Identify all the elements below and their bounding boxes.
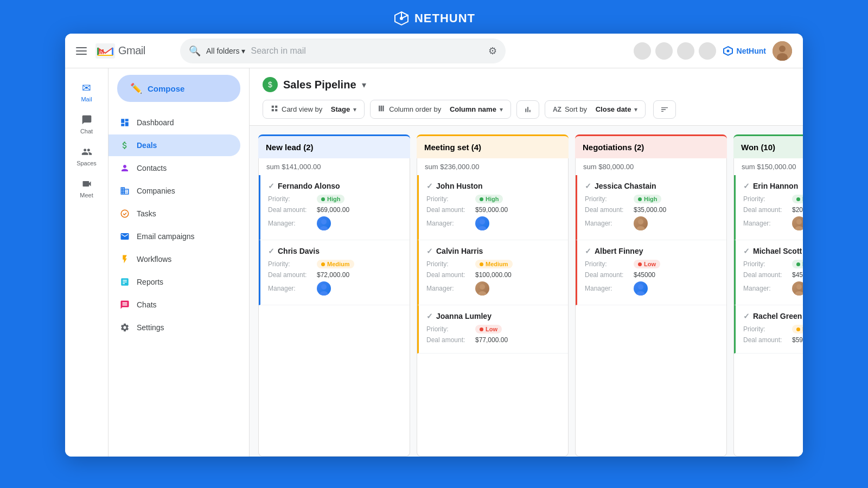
search-bar[interactable]: 🔍 All folders ▾ Search in mail ⚙ bbox=[180, 38, 506, 63]
deal-field-amount-michael: Deal amount: $45000 bbox=[743, 271, 803, 279]
search-input[interactable]: Search in mail bbox=[251, 46, 483, 56]
nav-chats-label: Chats bbox=[137, 300, 157, 309]
meet-icon bbox=[80, 177, 93, 190]
svg-rect-15 bbox=[381, 106, 382, 112]
card-view-prefix: Card view by bbox=[282, 105, 322, 113]
folder-select[interactable]: All folders ▾ bbox=[206, 47, 245, 55]
check-icon: ✓ bbox=[268, 182, 275, 190]
priority-label: Priority: bbox=[268, 260, 317, 268]
deal-field-manager-jessica: Manager: bbox=[585, 216, 719, 230]
nav-dot-3[interactable] bbox=[677, 42, 694, 60]
gmail-label: Gmail bbox=[118, 44, 145, 57]
view-controls: Card view by Stage ▾ Column order by Col… bbox=[263, 100, 790, 125]
deal-name-jessica: ✓ Jessica Chastain bbox=[585, 182, 719, 190]
nav-item-settings[interactable]: Settings bbox=[108, 317, 240, 338]
hamburger-menu[interactable] bbox=[76, 47, 87, 55]
col-sum-value-meeting-set: sum $236,000.00 bbox=[425, 163, 479, 171]
nav-dot-1[interactable] bbox=[634, 42, 651, 60]
svg-rect-13 bbox=[275, 109, 277, 111]
filter-icon[interactable]: ⚙ bbox=[488, 45, 497, 57]
amount-value-chris: $72,000.00 bbox=[317, 271, 349, 279]
compose-icon: ✏️ bbox=[130, 82, 142, 94]
column-order-button[interactable]: Column order by Column name ▾ bbox=[370, 100, 511, 119]
column-order-prefix: Column order by bbox=[389, 105, 441, 113]
pipeline-title: Sales Pipeline bbox=[283, 79, 356, 91]
nav-item-deals[interactable]: Deals bbox=[108, 134, 240, 156]
amount-label: Deal amount: bbox=[585, 206, 634, 214]
card-view-chevron-icon: ▾ bbox=[353, 106, 356, 113]
amount-value-rachel: $59,000.00 bbox=[792, 336, 803, 344]
priority-label: Priority: bbox=[585, 195, 634, 203]
nav-deals-label: Deals bbox=[137, 141, 157, 150]
manager-avatar-albert bbox=[634, 281, 648, 296]
manager-avatar-jessica bbox=[634, 216, 648, 230]
col-header-meeting-set: Meeting set (4) bbox=[417, 134, 569, 158]
svg-text:M: M bbox=[98, 48, 104, 56]
gmail-branding: M Gmail bbox=[95, 43, 171, 59]
kanban-column-won: Won (10) sum $150,000.00 ✓ Erin Hannon bbox=[733, 134, 803, 457]
col-cards-meeting-set: ✓ John Huston Priority: High bbox=[417, 175, 569, 457]
deal-name-text-erin: Erin Hannon bbox=[753, 182, 798, 190]
nethunt-nav-header[interactable]: NetHunt bbox=[723, 46, 766, 56]
col-cards-won: ✓ Erin Hannon Priority: High bbox=[733, 175, 803, 457]
amount-value-joanna: $77,000.00 bbox=[475, 336, 508, 344]
svg-rect-16 bbox=[382, 106, 384, 112]
deal-name-albert: ✓ Albert Finney bbox=[585, 247, 719, 255]
priority-badge-medium: Medium bbox=[792, 325, 803, 333]
deal-card-joanna: ✓ Joanna Lumley Priority: Low bbox=[417, 305, 568, 354]
col-title-new-lead: New lead (2) bbox=[266, 143, 314, 152]
spaces-icon bbox=[80, 145, 93, 158]
nav-dot-4[interactable] bbox=[699, 42, 716, 60]
deal-name-john: ✓ John Huston bbox=[426, 182, 560, 190]
amount-label: Deal amount: bbox=[268, 206, 317, 214]
deal-field-priority-michael: Priority: High bbox=[743, 260, 803, 268]
column-order-chevron-icon: ▾ bbox=[500, 106, 503, 113]
priority-label: Priority: bbox=[743, 195, 792, 203]
amount-value-john: $59,000.00 bbox=[475, 206, 508, 214]
nav-item-companies[interactable]: Companies bbox=[108, 180, 240, 202]
nav-item-workflows[interactable]: Workflows bbox=[108, 248, 240, 270]
nav-item-reports[interactable]: Reports bbox=[108, 271, 240, 293]
workflows-icon bbox=[119, 254, 130, 265]
card-view-button[interactable]: Card view by Stage ▾ bbox=[263, 100, 365, 119]
nav-reports-label: Reports bbox=[137, 278, 163, 286]
deal-field-amount-albert: Deal amount: $45000 bbox=[585, 271, 719, 279]
svg-point-25 bbox=[638, 219, 643, 224]
nav-item-chats[interactable]: Chats bbox=[108, 294, 240, 316]
pipeline-chevron-icon[interactable]: ▾ bbox=[362, 80, 366, 90]
priority-dot bbox=[480, 262, 483, 266]
sort-order-button[interactable] bbox=[653, 100, 676, 119]
sidebar-icon-meet[interactable]: Meet bbox=[65, 173, 108, 203]
sidebar-icon-chat[interactable]: Chat bbox=[65, 109, 108, 139]
user-avatar[interactable] bbox=[773, 41, 792, 61]
deal-field-priority-rachel: Priority: Medium bbox=[743, 325, 803, 333]
deal-card-albert: ✓ Albert Finney Priority: Low bbox=[576, 240, 726, 305]
deal-field-priority-jessica: Priority: High bbox=[585, 195, 719, 203]
column-order-icon bbox=[378, 105, 386, 114]
sidebar-icon-mail[interactable]: ✉ Mail bbox=[65, 77, 108, 107]
manager-label: Manager: bbox=[426, 285, 475, 292]
nav-dot-2[interactable] bbox=[655, 42, 673, 60]
nav-tasks-label: Tasks bbox=[137, 209, 156, 218]
manager-label: Manager: bbox=[268, 285, 317, 292]
manager-avatar-erin bbox=[792, 216, 803, 230]
icon-sidebar: ✉ Mail Chat Spaces Meet bbox=[65, 68, 108, 457]
nav-item-dashboard[interactable]: Dashboard bbox=[108, 112, 240, 133]
amount-label: Deal amount: bbox=[426, 206, 475, 214]
nav-dashboard-label: Dashboard bbox=[137, 118, 174, 127]
pipeline-title-row: $ Sales Pipeline ▾ bbox=[263, 77, 790, 92]
sidebar-icon-spaces[interactable]: Spaces bbox=[65, 141, 108, 171]
nav-item-tasks[interactable]: Tasks bbox=[108, 203, 240, 224]
main-window: M Gmail 🔍 All folders ▾ Search in mail ⚙ bbox=[65, 34, 803, 457]
kanban-board: New lead (2) sum $141,000.00 ✓ Fernando … bbox=[250, 126, 803, 457]
chart-icon bbox=[524, 105, 532, 114]
nav-item-contacts[interactable]: Contacts bbox=[108, 157, 240, 179]
settings-icon bbox=[119, 322, 130, 333]
compose-button[interactable]: ✏️ Compose bbox=[117, 75, 240, 102]
deal-name-text-michael: Michael Scott bbox=[753, 247, 802, 255]
sort-by-button[interactable]: AZ Sort by Close date ▾ bbox=[545, 100, 646, 118]
svg-point-32 bbox=[795, 291, 803, 296]
chart-view-button[interactable] bbox=[516, 100, 539, 119]
nav-item-email-campaigns[interactable]: Email campaigns bbox=[108, 226, 240, 247]
svg-rect-12 bbox=[272, 109, 274, 111]
